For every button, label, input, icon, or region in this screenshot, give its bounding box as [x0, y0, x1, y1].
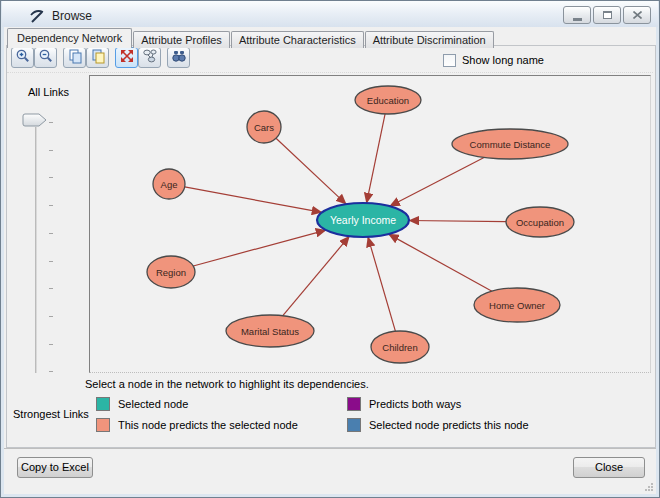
links-slider-track[interactable] [35, 127, 37, 373]
copy-graph-view-button[interactable] [86, 47, 109, 68]
window-controls [563, 6, 651, 24]
legend-swatch [96, 418, 110, 432]
tab-attribute-profiles[interactable]: Attribute Profiles [133, 31, 230, 48]
zoom-in-icon [15, 48, 31, 68]
slider-tick [49, 344, 53, 345]
dependency-arrow [390, 157, 484, 206]
graph-node-label: Region [156, 267, 186, 278]
resize-grip-icon[interactable] [643, 481, 654, 492]
slider-tick [49, 371, 53, 372]
legend-swatch [96, 397, 110, 411]
zoom-in-button[interactable] [11, 47, 34, 68]
graph-node-label: Yearly Income [330, 214, 396, 226]
close-icon [633, 11, 642, 19]
slider-tick [49, 233, 53, 234]
footer-separator [4, 448, 656, 449]
scatter-layout-button[interactable] [138, 47, 161, 68]
dependency-arrow [368, 237, 395, 331]
graph-node-label: Home Owner [489, 300, 545, 311]
dependency-arrow [193, 230, 326, 266]
minimize-icon [573, 18, 582, 21]
dependency-arrow [389, 234, 492, 291]
copy-graph-view-icon [90, 48, 106, 68]
slider-tick [49, 288, 53, 289]
window-title: Browse [52, 9, 92, 23]
graph-toolbar [11, 47, 190, 68]
show-long-name-checkbox[interactable] [443, 54, 456, 67]
dependency-arrow [185, 187, 322, 212]
pickaxe-icon [29, 8, 45, 24]
graph-node-cars[interactable]: Cars [247, 111, 281, 143]
minimize-button[interactable] [563, 6, 591, 24]
maximize-button[interactable] [593, 6, 621, 24]
legend-label: Predicts both ways [369, 398, 461, 410]
legend-label: This node predicts the selected node [118, 419, 298, 431]
graph-node-label: Commute Distance [470, 139, 551, 150]
copy-icon [67, 48, 83, 68]
slider-tick [49, 205, 53, 206]
find-node-button[interactable] [167, 47, 190, 68]
legend-label: Selected node predicts this node [369, 419, 529, 431]
graph-node-region[interactable]: Region [147, 256, 195, 288]
legend-item: Predicts both ways [347, 397, 461, 411]
toolbar-separator [7, 72, 653, 73]
graph-node-yearly-income[interactable]: Yearly Income [317, 203, 409, 237]
dependency-arrow [367, 114, 386, 203]
dependency-arrow [276, 138, 346, 204]
graph-node-commute-distance[interactable]: Commute Distance [452, 129, 568, 159]
dependency-arrow [283, 236, 350, 315]
graph-node-label: Children [382, 342, 417, 353]
tab-attribute-discrimination[interactable]: Attribute Discrimination [365, 31, 494, 48]
legend-label: Selected node [118, 398, 188, 410]
slider-tick [49, 316, 53, 317]
slider-tick [49, 122, 53, 123]
slider-tick [49, 150, 53, 151]
legend-swatch [347, 418, 361, 432]
graph-node-children[interactable]: Children [371, 331, 429, 363]
graph-node-marital-status[interactable]: Marital Status [226, 315, 314, 347]
graph-node-education[interactable]: Education [355, 86, 421, 114]
zoom-out-icon [38, 48, 54, 68]
improve-layout-button[interactable] [115, 47, 138, 68]
legend: Selected nodeThis node predicts the sele… [96, 397, 636, 439]
tab-attribute-characteristics[interactable]: Attribute Characteristics [231, 31, 364, 48]
dependency-graph-svg: EducationCarsCommute DistanceAgeOccupati… [90, 76, 650, 372]
tab-dependency-network[interactable]: Dependency Network [7, 28, 132, 48]
graph-hint-text: Select a node in the network to highligh… [85, 378, 369, 390]
close-window-button[interactable] [623, 6, 651, 24]
improve-layout-icon [119, 48, 135, 68]
copy-to-excel-button[interactable]: Copy to Excel [17, 457, 93, 478]
strongest-links-label: Strongest Links [13, 408, 89, 420]
maximize-icon [603, 11, 612, 19]
browse-window: Browse Dependency NetworkAttribute Profi… [0, 0, 660, 498]
links-slider-thumb[interactable] [22, 113, 48, 127]
show-long-name-label: Show long name [462, 54, 544, 66]
graph-node-label: Marital Status [241, 326, 299, 337]
slider-tick [49, 261, 53, 262]
zoom-out-button[interactable] [34, 47, 57, 68]
all-links-label: All Links [28, 86, 69, 98]
legend-item: Selected node [96, 397, 188, 411]
graph-node-occupation[interactable]: Occupation [506, 207, 574, 237]
legend-item: Selected node predicts this node [347, 418, 529, 432]
copy-button[interactable] [63, 47, 86, 68]
graph-node-label: Occupation [516, 217, 564, 228]
scatter-layout-icon [142, 48, 158, 68]
graph-node-home-owner[interactable]: Home Owner [474, 288, 560, 322]
slider-tick [49, 177, 53, 178]
graph-node-age[interactable]: Age [153, 169, 185, 199]
graph-node-label: Education [367, 95, 409, 106]
close-button[interactable]: Close [573, 457, 645, 478]
find-node-icon [171, 48, 187, 68]
title-bar: Browse [2, 1, 658, 27]
graph-node-label: Age [161, 179, 178, 190]
dependency-arrow [409, 221, 506, 222]
graph-node-label: Cars [254, 122, 274, 133]
legend-swatch [347, 397, 361, 411]
legend-item: This node predicts the selected node [96, 418, 298, 432]
tab-strip: Dependency NetworkAttribute ProfilesAttr… [7, 28, 495, 48]
